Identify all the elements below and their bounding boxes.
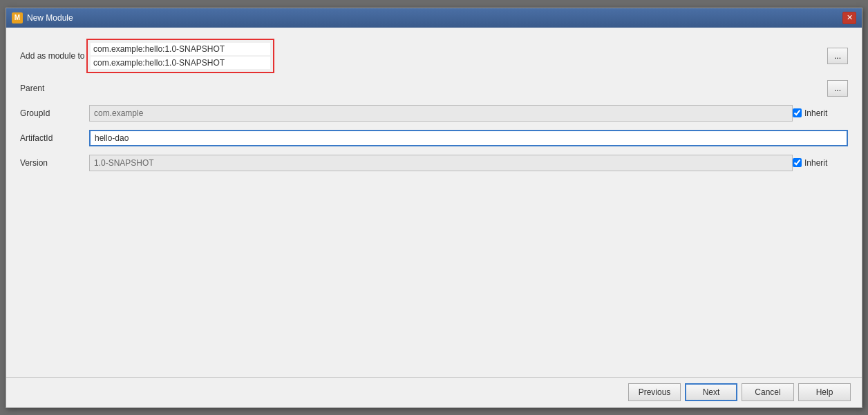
group-id-inherit: Inherit: [793, 108, 848, 118]
help-button[interactable]: Help: [798, 383, 851, 401]
parent-row: Parent ...: [20, 79, 848, 98]
artifact-id-label: ArtifactId: [20, 133, 89, 143]
version-row: Version Inherit: [20, 153, 848, 173]
next-button[interactable]: Next: [685, 383, 737, 401]
cancel-button[interactable]: Cancel: [742, 383, 794, 401]
parent-label: Parent: [20, 84, 89, 93]
new-module-dialog: M New Module ✕ Add as module to com.exam…: [6, 8, 862, 408]
add-as-module-field: com.example:hello:1.0-SNAPSHOT com.examp…: [89, 39, 827, 73]
close-button[interactable]: ✕: [842, 12, 856, 24]
version-label: Version: [20, 158, 89, 168]
add-as-module-browse-button[interactable]: ...: [827, 48, 848, 64]
group-id-input[interactable]: [89, 105, 793, 122]
previous-button[interactable]: Previous: [628, 383, 681, 401]
add-as-module-row: Add as module to com.example:hello:1.0-S…: [20, 39, 848, 73]
group-id-inherit-label: Inherit: [804, 108, 827, 118]
parent-value-in-box: com.example:hello:1.0-SNAPSHOT: [91, 57, 270, 69]
content-spacer: [20, 178, 848, 366]
add-as-module-label: Add as module to: [20, 51, 89, 61]
add-as-module-value: com.example:hello:1.0-SNAPSHOT: [91, 43, 270, 55]
group-id-inherit-checkbox[interactable]: [793, 108, 802, 117]
version-inherit: Inherit: [793, 158, 848, 168]
version-input[interactable]: [89, 155, 793, 171]
dialog-content: Add as module to com.example:hello:1.0-S…: [6, 28, 862, 377]
dialog-icon: M: [12, 12, 23, 23]
version-inherit-label: Inherit: [804, 158, 827, 168]
group-id-label: GroupId: [20, 108, 89, 118]
parent-browse-button[interactable]: ...: [827, 80, 848, 97]
dialog-footer: Previous Next Cancel Help: [6, 377, 862, 407]
highlight-box: com.example:hello:1.0-SNAPSHOT com.examp…: [86, 39, 274, 73]
title-bar-left: M New Module: [12, 12, 73, 23]
artifact-id-field: [89, 130, 848, 146]
artifact-id-input[interactable]: [89, 130, 848, 146]
version-inherit-checkbox[interactable]: [793, 158, 802, 167]
group-id-row: GroupId Inherit: [20, 104, 848, 123]
group-id-field: [89, 105, 793, 122]
version-field: [89, 155, 793, 171]
title-bar: M New Module ✕: [6, 8, 862, 28]
dialog-title: New Module: [27, 13, 73, 23]
artifact-id-row: ArtifactId: [20, 128, 848, 148]
